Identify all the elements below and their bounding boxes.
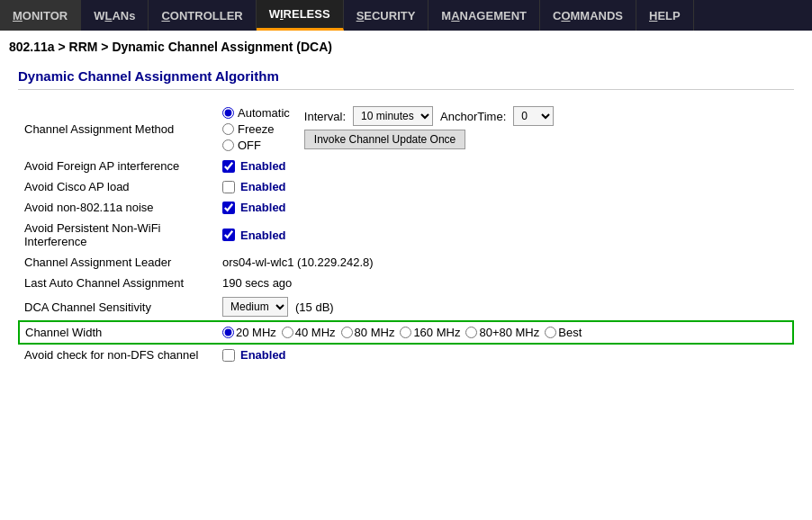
avoid-foreign-ap-control: Enabled (217, 156, 793, 176)
avoid-non-dfs-control: Enabled (217, 344, 793, 365)
avoid-noise-checkbox[interactable] (222, 202, 235, 214)
avoid-cisco-ap-checkbox-row: Enabled (222, 180, 788, 193)
label-80plus80mhz: 80+80 MHz (479, 326, 539, 339)
avoid-persistent-row: Avoid Persistent Non-WiFi Interference E… (19, 218, 793, 252)
channel-width-row: Channel Width 20 MHz 40 MHz (19, 321, 793, 344)
channel-width-160mhz: 160 MHz (400, 326, 460, 339)
dca-sensitivity-select[interactable]: Low Medium High (222, 297, 288, 317)
radio-best[interactable] (545, 327, 556, 338)
interval-select[interactable]: 10 minutes 1 hour 6 hours 24 hours (353, 106, 433, 126)
avoid-cisco-ap-label: Avoid Cisco AP load (19, 176, 217, 197)
interval-controls: Interval: 10 minutes 1 hour 6 hours 24 h… (304, 106, 554, 126)
avoid-non-dfs-row: Avoid check for non-DFS channel Enabled (19, 344, 793, 365)
avoid-persistent-checkbox[interactable] (222, 229, 235, 241)
avoid-foreign-ap-enabled: Enabled (240, 159, 286, 173)
avoid-non-dfs-checkbox-row: Enabled (222, 348, 788, 362)
radio-off-label: OFF (238, 139, 261, 152)
radio-80plus80mhz[interactable] (465, 327, 477, 338)
dca-sensitivity-label: DCA Channel Sensitivity (19, 293, 217, 321)
radio-160mhz[interactable] (400, 327, 411, 338)
avoid-non-dfs-label: Avoid check for non-DFS channel (19, 344, 217, 365)
channel-width-label: Channel Width (19, 321, 217, 344)
nav-wireless[interactable]: WIRELESS (257, 0, 344, 31)
channel-width-80mhz: 80 MHz (341, 326, 395, 339)
nav-commands[interactable]: COMMANDS (540, 0, 636, 31)
channel-assignment-controls: Automatic Freeze OFF (217, 103, 793, 156)
dca-sensitivity-row: DCA Channel Sensitivity Low Medium High … (19, 293, 793, 321)
avoid-foreign-ap-checkbox[interactable] (222, 160, 235, 173)
channel-assignment-method-row: Channel Assignment Method Automatic Free… (19, 103, 793, 156)
label-80mhz: 80 MHz (355, 326, 395, 339)
invoke-channel-update-button[interactable]: Invoke Channel Update Once (304, 130, 465, 149)
invoke-btn-container: Invoke Channel Update Once (304, 130, 554, 149)
anchor-select[interactable]: 0 1 2 (513, 106, 554, 126)
avoid-noise-checkbox-row: Enabled (222, 201, 788, 214)
anchor-label: AnchorTime: (440, 110, 506, 123)
top-navigation: MONITOR WLANs CONTROLLER WIRELESS SECURI… (0, 0, 812, 31)
section-title: Dynamic Channel Assignment Algorithm (18, 68, 794, 90)
radio-automatic-row: Automatic (222, 106, 290, 120)
nav-monitor[interactable]: MONITOR (0, 0, 81, 31)
dca-sensitivity-note: (15 dB) (295, 300, 334, 314)
nav-controller[interactable]: CONTROLLER (149, 0, 256, 31)
nav-management[interactable]: MANAGEMENT (429, 0, 540, 31)
channel-leader-label: Channel Assignment Leader (19, 252, 217, 273)
channel-leader-value: ors04-wl-wlc1 (10.229.242.8) (217, 252, 793, 273)
avoid-foreign-ap-checkbox-row: Enabled (222, 159, 788, 173)
nav-wlans[interactable]: WLANs (81, 0, 149, 31)
label-40mhz: 40 MHz (295, 326, 336, 339)
radio-40mhz[interactable] (282, 327, 293, 338)
avoid-persistent-label: Avoid Persistent Non-WiFi Interference (19, 218, 217, 252)
nav-security[interactable]: SECURITY (344, 0, 429, 31)
radio-freeze[interactable] (222, 123, 234, 135)
avoid-foreign-ap-row: Avoid Foreign AP interference Enabled (19, 156, 793, 176)
radio-off-row: OFF (222, 139, 290, 152)
radio-automatic-label: Automatic (238, 106, 290, 120)
radio-80mhz[interactable] (341, 327, 353, 338)
avoid-cisco-ap-checkbox[interactable] (222, 181, 235, 193)
interval-label: Interval: (304, 110, 346, 123)
avoid-noise-label: Avoid non-802.11a noise (19, 197, 217, 218)
dca-sensitivity-control: Low Medium High (15 dB) (217, 293, 793, 321)
channel-assignment-label: Channel Assignment Method (19, 103, 217, 156)
channel-width-best: Best (545, 326, 582, 339)
avoid-noise-row: Avoid non-802.11a noise Enabled (19, 197, 793, 218)
channel-width-40mhz: 40 MHz (282, 326, 336, 339)
channel-width-options: 20 MHz 40 MHz 80 MHz 160 MHz (222, 326, 787, 339)
avoid-noise-enabled: Enabled (240, 201, 286, 214)
channel-width-80plus80mhz: 80+80 MHz (465, 326, 539, 339)
channel-method-radio-group: Automatic Freeze OFF (222, 106, 290, 152)
avoid-non-dfs-checkbox[interactable] (222, 349, 235, 362)
avoid-cisco-ap-enabled: Enabled (240, 180, 286, 193)
content-area: Dynamic Channel Assignment Algorithm Cha… (0, 59, 812, 383)
avoid-persistent-enabled: Enabled (240, 229, 286, 242)
label-160mhz: 160 MHz (413, 326, 460, 339)
radio-20mhz[interactable] (222, 327, 234, 338)
last-auto-row: Last Auto Channel Assignment 190 secs ag… (19, 273, 793, 293)
nav-help[interactable]: HELP (636, 0, 694, 31)
avoid-persistent-checkbox-row: Enabled (222, 229, 788, 242)
radio-freeze-label: Freeze (238, 122, 274, 136)
avoid-foreign-ap-label: Avoid Foreign AP interference (19, 156, 217, 176)
radio-off[interactable] (222, 139, 234, 151)
radio-freeze-row: Freeze (222, 122, 290, 136)
label-best: Best (558, 326, 582, 339)
breadcrumb: 802.11a > RRM > Dynamic Channel Assignme… (0, 31, 812, 59)
avoid-persistent-control: Enabled (217, 218, 793, 252)
channel-width-20mhz: 20 MHz (222, 326, 276, 339)
avoid-cisco-ap-control: Enabled (217, 176, 793, 197)
channel-width-options-cell: 20 MHz 40 MHz 80 MHz 160 MHz (217, 321, 793, 344)
radio-automatic[interactable] (222, 107, 234, 119)
avoid-non-dfs-enabled: Enabled (240, 348, 286, 362)
form-table: Channel Assignment Method Automatic Free… (18, 103, 794, 365)
label-20mhz: 20 MHz (236, 326, 276, 339)
last-auto-label: Last Auto Channel Assignment (19, 273, 217, 293)
channel-leader-row: Channel Assignment Leader ors04-wl-wlc1 … (19, 252, 793, 273)
avoid-noise-control: Enabled (217, 197, 793, 218)
avoid-cisco-ap-row: Avoid Cisco AP load Enabled (19, 176, 793, 197)
last-auto-value: 190 secs ago (217, 273, 793, 293)
